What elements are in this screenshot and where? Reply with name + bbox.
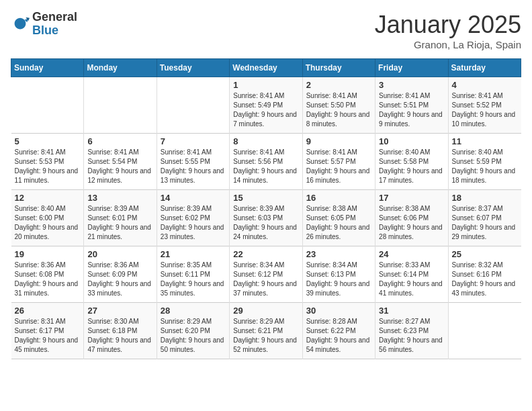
calendar-week-row: 12Sunrise: 8:40 AM Sunset: 6:00 PM Dayli… <box>11 190 521 246</box>
weekday-header: Sunday <box>11 59 84 77</box>
calendar-header: SundayMondayTuesdayWednesdayThursdayFrid… <box>11 59 521 77</box>
calendar-cell: 9Sunrise: 8:41 AM Sunset: 5:57 PM Daylig… <box>302 134 375 190</box>
calendar-cell: 27Sunrise: 8:30 AM Sunset: 6:18 PM Dayli… <box>84 303 157 359</box>
day-detail: Sunrise: 8:41 AM Sunset: 5:50 PM Dayligh… <box>306 91 371 129</box>
day-detail: Sunrise: 8:38 AM Sunset: 6:05 PM Dayligh… <box>306 204 371 242</box>
day-detail: Sunrise: 8:39 AM Sunset: 6:03 PM Dayligh… <box>233 204 298 242</box>
day-number: 27 <box>87 306 152 316</box>
day-detail: Sunrise: 8:27 AM Sunset: 6:23 PM Dayligh… <box>379 317 444 355</box>
day-number: 28 <box>161 306 226 316</box>
day-number: 4 <box>452 80 518 90</box>
day-number: 14 <box>161 193 226 203</box>
calendar-cell: 1Sunrise: 8:41 AM Sunset: 5:49 PM Daylig… <box>230 77 302 134</box>
calendar-cell: 16Sunrise: 8:38 AM Sunset: 6:05 PM Dayli… <box>302 190 375 246</box>
location-text: Granon, La Rioja, Spain <box>375 39 521 50</box>
day-number: 3 <box>379 80 444 90</box>
calendar-cell: 23Sunrise: 8:34 AM Sunset: 6:13 PM Dayli… <box>302 246 375 303</box>
logo-general-text: General <box>32 10 77 24</box>
day-detail: Sunrise: 8:40 AM Sunset: 5:58 PM Dayligh… <box>379 148 444 185</box>
weekday-header: Saturday <box>448 59 521 77</box>
calendar-cell: 14Sunrise: 8:39 AM Sunset: 6:02 PM Dayli… <box>157 190 229 246</box>
calendar-body: 1Sunrise: 8:41 AM Sunset: 5:49 PM Daylig… <box>11 77 521 359</box>
day-number: 19 <box>15 249 81 259</box>
day-detail: Sunrise: 8:29 AM Sunset: 6:20 PM Dayligh… <box>161 317 226 355</box>
day-number: 7 <box>161 136 226 146</box>
day-detail: Sunrise: 8:34 AM Sunset: 6:12 PM Dayligh… <box>233 261 298 298</box>
calendar-cell: 13Sunrise: 8:39 AM Sunset: 6:01 PM Dayli… <box>84 190 157 246</box>
calendar-cell: 31Sunrise: 8:27 AM Sunset: 6:23 PM Dayli… <box>375 303 448 359</box>
calendar-week-row: 5Sunrise: 8:41 AM Sunset: 5:53 PM Daylig… <box>11 134 521 190</box>
calendar-cell: 24Sunrise: 8:33 AM Sunset: 6:14 PM Dayli… <box>375 246 448 303</box>
weekday-header: Friday <box>375 59 448 77</box>
weekday-header: Wednesday <box>230 59 302 77</box>
calendar-cell: 30Sunrise: 8:28 AM Sunset: 6:22 PM Dayli… <box>302 303 375 359</box>
logo: General Blue <box>11 11 77 38</box>
calendar-cell: 10Sunrise: 8:40 AM Sunset: 5:58 PM Dayli… <box>375 134 448 190</box>
calendar-cell: 3Sunrise: 8:41 AM Sunset: 5:51 PM Daylig… <box>375 77 448 134</box>
calendar-cell <box>11 77 84 134</box>
calendar-cell: 22Sunrise: 8:34 AM Sunset: 6:12 PM Dayli… <box>230 246 302 303</box>
day-detail: Sunrise: 8:41 AM Sunset: 5:54 PM Dayligh… <box>87 148 152 185</box>
day-detail: Sunrise: 8:33 AM Sunset: 6:14 PM Dayligh… <box>379 261 444 298</box>
calendar-cell: 6Sunrise: 8:41 AM Sunset: 5:54 PM Daylig… <box>84 134 157 190</box>
day-number: 24 <box>379 249 444 259</box>
day-detail: Sunrise: 8:41 AM Sunset: 5:53 PM Dayligh… <box>15 148 81 185</box>
calendar-cell: 25Sunrise: 8:32 AM Sunset: 6:16 PM Dayli… <box>448 246 521 303</box>
day-number: 29 <box>233 306 298 316</box>
day-number: 20 <box>87 249 152 259</box>
day-detail: Sunrise: 8:36 AM Sunset: 6:08 PM Dayligh… <box>15 261 81 298</box>
calendar-cell <box>448 303 521 359</box>
calendar-cell: 26Sunrise: 8:31 AM Sunset: 6:17 PM Dayli… <box>11 303 84 359</box>
day-detail: Sunrise: 8:35 AM Sunset: 6:11 PM Dayligh… <box>161 261 226 298</box>
day-number: 2 <box>306 80 371 90</box>
calendar-cell: 7Sunrise: 8:41 AM Sunset: 5:55 PM Daylig… <box>157 134 229 190</box>
day-detail: Sunrise: 8:28 AM Sunset: 6:22 PM Dayligh… <box>306 317 371 355</box>
calendar-cell: 11Sunrise: 8:40 AM Sunset: 5:59 PM Dayli… <box>448 134 521 190</box>
day-number: 26 <box>15 306 81 316</box>
day-detail: Sunrise: 8:41 AM Sunset: 5:49 PM Dayligh… <box>233 91 298 129</box>
weekday-header: Monday <box>84 59 157 77</box>
month-title: January 2025 <box>375 11 521 39</box>
day-detail: Sunrise: 8:29 AM Sunset: 6:21 PM Dayligh… <box>233 317 298 355</box>
day-detail: Sunrise: 8:30 AM Sunset: 6:18 PM Dayligh… <box>87 317 152 355</box>
day-number: 9 <box>306 136 371 146</box>
day-number: 18 <box>452 193 518 203</box>
day-detail: Sunrise: 8:39 AM Sunset: 6:02 PM Dayligh… <box>161 204 226 242</box>
day-number: 21 <box>161 249 226 259</box>
calendar-cell: 21Sunrise: 8:35 AM Sunset: 6:11 PM Dayli… <box>157 246 229 303</box>
day-number: 12 <box>15 193 81 203</box>
page-header: General Blue January 2025 Granon, La Rio… <box>11 11 521 50</box>
day-number: 15 <box>233 193 298 203</box>
calendar-cell <box>84 77 157 134</box>
day-detail: Sunrise: 8:32 AM Sunset: 6:16 PM Dayligh… <box>452 261 518 298</box>
day-number: 25 <box>452 249 518 259</box>
calendar-week-row: 1Sunrise: 8:41 AM Sunset: 5:49 PM Daylig… <box>11 77 521 134</box>
day-number: 13 <box>87 193 152 203</box>
calendar-cell: 17Sunrise: 8:38 AM Sunset: 6:06 PM Dayli… <box>375 190 448 246</box>
day-number: 8 <box>233 136 298 146</box>
calendar-week-row: 19Sunrise: 8:36 AM Sunset: 6:08 PM Dayli… <box>11 246 521 303</box>
calendar-cell: 2Sunrise: 8:41 AM Sunset: 5:50 PM Daylig… <box>302 77 375 134</box>
day-detail: Sunrise: 8:34 AM Sunset: 6:13 PM Dayligh… <box>306 261 371 298</box>
day-number: 16 <box>306 193 371 203</box>
day-detail: Sunrise: 8:41 AM Sunset: 5:51 PM Dayligh… <box>379 91 444 129</box>
calendar-cell <box>157 77 229 134</box>
day-detail: Sunrise: 8:40 AM Sunset: 5:59 PM Dayligh… <box>452 148 518 185</box>
day-detail: Sunrise: 8:37 AM Sunset: 6:07 PM Dayligh… <box>452 204 518 242</box>
calendar-cell: 20Sunrise: 8:36 AM Sunset: 6:09 PM Dayli… <box>84 246 157 303</box>
weekday-header: Tuesday <box>157 59 229 77</box>
day-number: 6 <box>87 136 152 146</box>
title-block: January 2025 Granon, La Rioja, Spain <box>375 11 521 50</box>
calendar-cell: 18Sunrise: 8:37 AM Sunset: 6:07 PM Dayli… <box>448 190 521 246</box>
logo-icon <box>11 15 30 34</box>
calendar-cell: 12Sunrise: 8:40 AM Sunset: 6:00 PM Dayli… <box>11 190 84 246</box>
day-number: 23 <box>306 249 371 259</box>
calendar-cell: 4Sunrise: 8:41 AM Sunset: 5:52 PM Daylig… <box>448 77 521 134</box>
day-detail: Sunrise: 8:39 AM Sunset: 6:01 PM Dayligh… <box>87 204 152 242</box>
calendar-cell: 15Sunrise: 8:39 AM Sunset: 6:03 PM Dayli… <box>230 190 302 246</box>
day-detail: Sunrise: 8:41 AM Sunset: 5:57 PM Dayligh… <box>306 148 371 185</box>
day-detail: Sunrise: 8:40 AM Sunset: 6:00 PM Dayligh… <box>15 204 81 242</box>
calendar-cell: 8Sunrise: 8:41 AM Sunset: 5:56 PM Daylig… <box>230 134 302 190</box>
calendar-cell: 28Sunrise: 8:29 AM Sunset: 6:20 PM Dayli… <box>157 303 229 359</box>
logo-blue-text: Blue <box>32 24 58 37</box>
